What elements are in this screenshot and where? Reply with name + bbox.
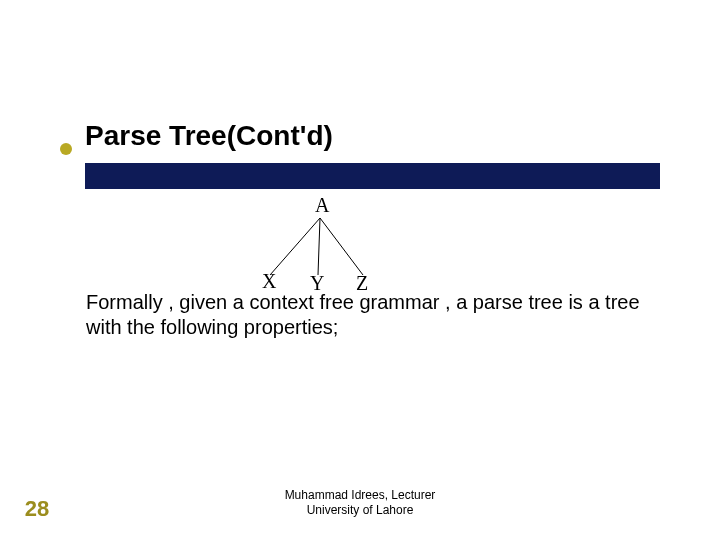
svg-line-2 [320,218,363,275]
title-bullet-icon [60,143,72,155]
footer-line1: Muhammad Idrees, Lecturer [285,488,436,502]
footer-line2: University of Lahore [307,503,414,517]
slide: Parse Tree(Cont'd) A X Y Z Formally , gi… [0,0,720,540]
footer: Muhammad Idrees, Lecturer University of … [0,488,720,518]
tree-root-label: A [315,194,329,217]
svg-line-0 [270,218,320,275]
page-number: 28 [18,496,56,522]
title-underline-bar [85,163,660,189]
slide-title: Parse Tree(Cont'd) [85,120,333,152]
svg-line-1 [318,218,320,275]
body-text: Formally , given a context free grammar … [86,290,651,340]
